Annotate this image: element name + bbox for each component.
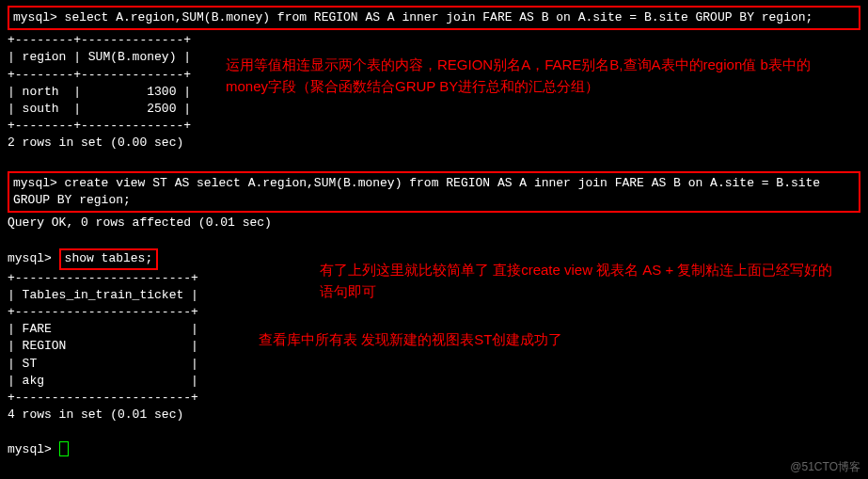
mysql-prompt: mysql>: [13, 10, 65, 24]
final-prompt-line[interactable]: mysql>: [8, 441, 860, 458]
highlighted-query-2: mysql> create view ST AS select A.region…: [8, 171, 860, 213]
highlighted-query-1: mysql> select A.region,SUM(B.money) from…: [8, 6, 860, 30]
sql-query-1: select A.region,SUM(B.money) from REGION…: [65, 10, 813, 24]
mysql-prompt: mysql>: [8, 442, 59, 456]
annotation-1: 运用等值相连显示两个表的内容，REGION别名A，FARE别名B,查询A表中的r…: [226, 55, 846, 97]
table2-row-2: | ST |: [8, 356, 860, 373]
mysql-prompt: mysql>: [8, 251, 59, 265]
table2-footer: 4 rows in set (0.01 sec): [8, 407, 860, 423]
highlighted-query-3: show tables;: [59, 248, 159, 269]
table1-footer: 2 rows in set (0.00 sec): [8, 135, 860, 152]
table1-row-1: | south | 2500 |: [8, 101, 860, 118]
cursor-icon: [59, 441, 69, 456]
mysql-prompt: mysql>: [13, 176, 65, 190]
table2-border-bot: +------------------------+: [8, 390, 860, 407]
table1-border-bot: +--------+--------------+: [8, 118, 860, 135]
sql-query-3: show tables;: [65, 251, 153, 265]
sql-query-2: create view ST AS select A.region,SUM(B.…: [13, 176, 828, 207]
table2-border-mid: +------------------------+: [8, 304, 860, 321]
watermark-text: @51CTO博客: [790, 459, 860, 475]
table1-border-top: +--------+--------------+: [8, 32, 860, 49]
annotation-2: 有了上列这里就比较简单了 直接create view 视表名 AS + 复制粘连…: [320, 260, 846, 302]
result-2: Query OK, 0 rows affected (0.01 sec): [8, 215, 860, 232]
table2-row-3: | akg |: [8, 373, 860, 390]
annotation-3: 查看库中所有表 发现新建的视图表ST创建成功了: [259, 329, 842, 351]
